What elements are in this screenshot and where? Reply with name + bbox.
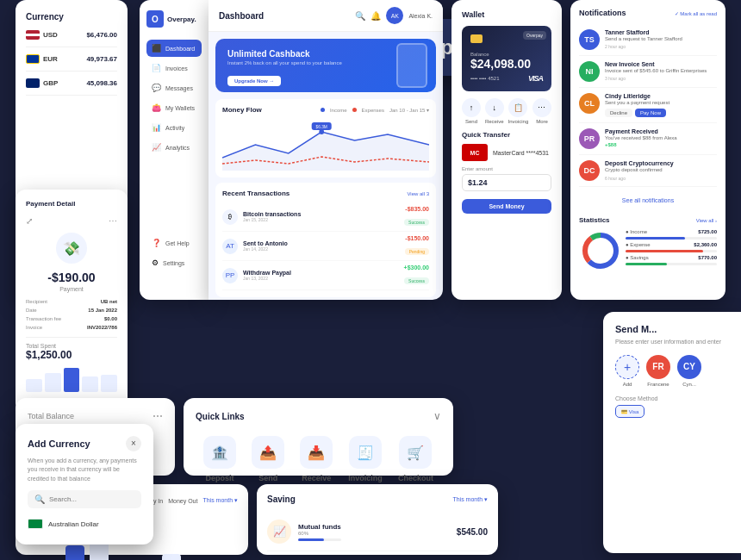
- trans-date-1: Jan 15, 2022: [243, 217, 301, 222]
- transaction-row-2[interactable]: AT Sent to Antonio Jan 14, 2022 -$150.00…: [222, 232, 429, 261]
- flag-eur: [26, 54, 40, 64]
- cashback-button[interactable]: Upgrade Now →: [227, 76, 281, 86]
- stat-savings-bar: [626, 263, 717, 265]
- nav-wallets[interactable]: 👛 My Wallets: [146, 99, 202, 116]
- action-receive[interactable]: ↓ Receive: [485, 98, 504, 124]
- decline-button[interactable]: Decline: [605, 109, 632, 117]
- search-icon[interactable]: 🔍: [355, 11, 365, 21]
- expense-dot: [352, 108, 357, 112]
- contact-francene[interactable]: FR Francene: [646, 355, 670, 387]
- nav-help[interactable]: ❓ Get Help: [146, 234, 202, 252]
- currency-row-eur[interactable]: EUR 49,973.67: [26, 54, 117, 72]
- notif-content-3: Cindy Litleridge Sent you a payment requ…: [605, 93, 717, 117]
- cashback-banner: Unlimited Cashback Instant 2% back on al…: [215, 39, 436, 92]
- bar-4: [82, 376, 98, 392]
- receive-icon: ↓: [485, 98, 504, 117]
- add-currency-search[interactable]: 🔍: [28, 490, 141, 508]
- pay-button[interactable]: Pay Now: [635, 109, 666, 117]
- mutual-funds-icon: 📈: [267, 520, 291, 544]
- ql-checkout[interactable]: 🛒 Checkout: [398, 436, 433, 482]
- notif-avatar-2: NI: [579, 61, 600, 82]
- ql-deposit[interactable]: 🏦 Deposit: [203, 436, 236, 482]
- send-money-panel: Send M... Please enter user information …: [603, 312, 741, 553]
- invoicing-icon: 🧾: [349, 436, 382, 469]
- nav-invoices-label: Invoices: [165, 65, 188, 72]
- action-send[interactable]: ↑ Send: [462, 98, 481, 124]
- transactions-title: Recent Transactions: [222, 190, 290, 197]
- nav-invoices[interactable]: 📄 Invoices: [146, 59, 202, 77]
- contact-cyn[interactable]: CY Cyn...: [677, 355, 701, 387]
- contact-add[interactable]: + Add: [615, 355, 639, 387]
- ql-invoicing[interactable]: 🧾 Invoicing: [348, 436, 383, 482]
- more-icon[interactable]: ⋯: [109, 216, 117, 226]
- transaction-row-1[interactable]: ₿ Bitcoin transactions Jan 15, 2022 -$83…: [222, 202, 429, 232]
- saving-period[interactable]: This month ▾: [452, 496, 488, 503]
- visa-option[interactable]: 💳 Visa: [615, 405, 644, 418]
- trans-date-3: Jan 13, 2022: [243, 276, 291, 281]
- ql-receive[interactable]: 📥 Receive: [300, 436, 333, 482]
- add-currency-close[interactable]: ×: [126, 436, 141, 451]
- notifications-header: Notifications ✓ Mark all as read: [579, 9, 717, 17]
- payment-detail-fee: Transaction fee $0.00: [26, 316, 117, 321]
- search-input[interactable]: [49, 495, 140, 503]
- saving-item-mutual[interactable]: 📈 Mutual funds 60% $545.00: [267, 513, 488, 551]
- bell-icon[interactable]: 🔔: [370, 11, 381, 21]
- nav-analytics[interactable]: 📈 Analytics: [146, 139, 202, 156]
- see-all-notifications[interactable]: See all notifications: [579, 187, 717, 209]
- expand-icon[interactable]: ⤢: [26, 216, 33, 226]
- notif-avatar-3: CL: [579, 93, 600, 114]
- australian-dollar-item[interactable]: Australian Dollar: [28, 515, 141, 532]
- wallet-actions: ↑ Send ↓ Receive 📋 Invoicing ⋯ More: [462, 98, 551, 124]
- currency-card-title: Currency: [26, 12, 117, 22]
- notification-4[interactable]: PR Payment Received You've received $88 …: [579, 123, 717, 155]
- currency-row-usd[interactable]: USD $6,476.00: [26, 30, 117, 47]
- notif-content-1: Tanner Stafford Send a request to Tanner…: [605, 29, 717, 50]
- stat-savings: ● Savings $770.00: [626, 255, 717, 260]
- add-contact-icon[interactable]: +: [615, 355, 639, 379]
- bitcoin-avatar: ₿: [222, 209, 238, 225]
- dashboard-title: Dashboard: [219, 11, 264, 21]
- stat-expense: ● Expense $2,360.00: [626, 242, 717, 247]
- nav-dashboard[interactable]: ⬛ Dashboard: [146, 40, 202, 57]
- mutual-funds-name: Mutual funds: [298, 523, 341, 531]
- total-balance-title: Total Balance: [28, 412, 74, 420]
- quick-transfer-section: Quick Transfer MC MasterCard ****4531 En…: [462, 131, 551, 214]
- cashback-subtitle: Instant 2% back on all your spend to you…: [227, 60, 424, 65]
- payment-received-amount: +$88: [605, 142, 717, 147]
- qt-amount-input[interactable]: [462, 174, 551, 191]
- notification-2[interactable]: NI New Invoice Sent Invoice sent of $545…: [579, 56, 717, 88]
- logo-icon: O: [146, 10, 164, 28]
- nav-settings[interactable]: ⚙ Settings: [146, 254, 202, 271]
- nav-messages[interactable]: 💬 Messages: [146, 79, 202, 96]
- balance-menu-icon[interactable]: ⋯: [153, 410, 163, 422]
- bar-feb-active: $5,100: [65, 545, 84, 560]
- trans-amount-3: +$300.00: [404, 264, 429, 271]
- mark-all-read[interactable]: ✓ Mark all as read: [675, 10, 717, 16]
- ql-send[interactable]: 📤 Send: [252, 436, 284, 482]
- send-money-button[interactable]: Send Money: [462, 199, 551, 214]
- stats-view-all[interactable]: View all ›: [696, 218, 717, 223]
- date-range[interactable]: Jan 10 - Jan 15 ▾: [389, 107, 429, 113]
- currency-amount-usd: $6,476.00: [86, 31, 117, 39]
- checkout-icon: 🛒: [399, 436, 432, 469]
- send-money-subtitle: Please enter user information and enter: [615, 338, 729, 346]
- help-icon: ❓: [152, 239, 161, 247]
- notification-3[interactable]: CL Cindy Litleridge Sent you a payment r…: [579, 88, 717, 123]
- notification-1[interactable]: TS Tanner Stafford Send a request to Tan…: [579, 24, 717, 56]
- notif-avatar-4: PR: [579, 128, 600, 149]
- quick-links-collapse[interactable]: ∨: [433, 410, 441, 422]
- notification-5[interactable]: DC Deposit Cryptocurrency Crypto deposit…: [579, 155, 717, 187]
- activity-icon: 📊: [152, 123, 161, 132]
- bar-3: [64, 368, 80, 392]
- transaction-row-3[interactable]: PP Withdraw Paypal Jan 13, 2022 +$300.00…: [222, 261, 429, 290]
- card-name: •••• •••• 4521: [470, 76, 500, 81]
- stats-period[interactable]: This month ▾: [202, 497, 238, 504]
- currency-row-gbp[interactable]: GBP 45,098.36: [26, 78, 117, 96]
- view-all-transactions[interactable]: View all 3: [407, 191, 429, 196]
- action-more[interactable]: ⋯ More: [532, 98, 551, 124]
- trans-badge-2: Pending: [405, 248, 429, 255]
- action-invoicing[interactable]: 📋 Invoicing: [508, 98, 529, 124]
- nav-activity[interactable]: 📊 Activity: [146, 119, 202, 136]
- analytics-icon: 📈: [152, 143, 161, 152]
- stats-list: ● Income $725.00 ● Expense $2,360.00 ● S…: [626, 229, 717, 272]
